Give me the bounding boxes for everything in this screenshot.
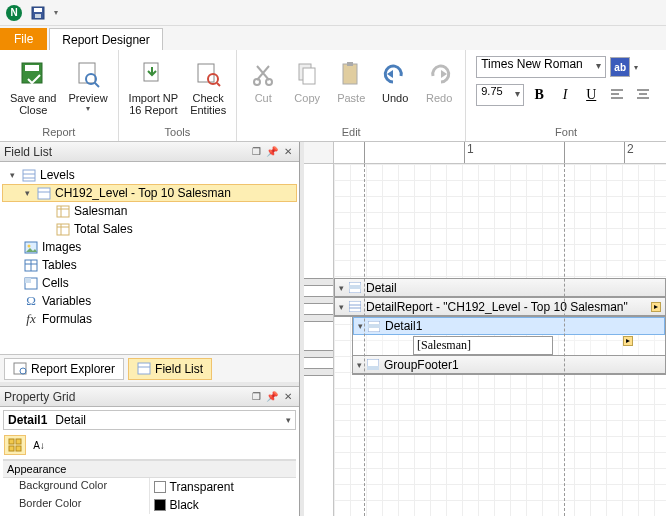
preview-button[interactable]: Preview ▾: [62, 56, 113, 115]
band-icon: [348, 282, 362, 294]
tab-file[interactable]: File: [0, 28, 47, 50]
panel-window-icon[interactable]: ❐: [249, 390, 263, 404]
horizontal-ruler-wrap: 1 2: [304, 142, 666, 164]
field-list-tab-icon: [137, 362, 151, 375]
preview-icon: [72, 58, 104, 90]
ribbon: Save andClose Preview ▾ Report Import NP…: [0, 50, 666, 142]
svg-rect-44: [138, 363, 150, 374]
smart-tag-icon[interactable]: ▸: [651, 302, 661, 312]
categorized-button[interactable]: [4, 435, 26, 455]
italic-button[interactable]: I: [554, 84, 576, 106]
panel-pin-icon[interactable]: 📌: [265, 145, 279, 159]
align-center-button[interactable]: [632, 84, 654, 106]
chevron-down-icon[interactable]: ▾: [339, 302, 344, 312]
property-object-selector[interactable]: Detail1 Detail ▾: [3, 410, 296, 430]
svg-point-13: [266, 79, 272, 85]
paste-icon: [335, 58, 367, 90]
save-close-button[interactable]: Save andClose: [4, 56, 62, 118]
panel-close-icon[interactable]: ✕: [281, 390, 295, 404]
field-icon: [55, 203, 71, 219]
field-icon: [55, 221, 71, 237]
property-grid-title: Property Grid: [4, 390, 75, 404]
chevron-down-icon[interactable]: ▾: [358, 321, 363, 331]
tree-level-selected[interactable]: ▾ CH192_Level - Top 10 Salesman: [2, 184, 297, 202]
save-close-icon: [17, 58, 49, 90]
tree-field-total-sales[interactable]: Total Sales: [2, 220, 297, 238]
import-button[interactable]: Import NP16 Report: [123, 56, 185, 118]
copy-icon: [291, 58, 323, 90]
panel-window-icon[interactable]: ❐: [249, 145, 263, 159]
bold-button[interactable]: B: [528, 84, 550, 106]
chevron-down-icon[interactable]: ▾: [339, 283, 344, 293]
svg-rect-52: [349, 301, 361, 312]
ruler-corner: [304, 142, 334, 164]
tree-root-levels[interactable]: ▾ Levels: [2, 166, 297, 184]
tree-formulas[interactable]: fxFormulas: [2, 310, 297, 328]
collapse-icon[interactable]: ▾: [21, 187, 33, 199]
prop-category-appearance[interactable]: Appearance: [3, 460, 296, 478]
copy-button[interactable]: Copy: [285, 56, 329, 106]
panel-pin-icon[interactable]: 📌: [265, 390, 279, 404]
svg-rect-16: [343, 64, 357, 84]
band-label: Detail1: [385, 319, 422, 333]
underline-button[interactable]: U: [580, 84, 602, 106]
field-list-title: Field List: [4, 145, 52, 159]
horizontal-ruler[interactable]: 1 2: [334, 142, 666, 164]
qat-dropdown-icon[interactable]: ▾: [52, 8, 60, 17]
ribbon-tabs: File Report Designer: [0, 26, 666, 50]
chevron-down-icon[interactable]: ▾: [357, 360, 362, 370]
tree-images[interactable]: Images: [2, 238, 297, 256]
title-bar: N ▾: [0, 0, 666, 26]
alphabetical-button[interactable]: A↓: [28, 435, 50, 455]
vertical-ruler[interactable]: [304, 164, 334, 516]
design-canvas[interactable]: ▾Detail ▾DetailReport - "CH192_Level - T…: [334, 164, 666, 516]
band-label: Detail: [366, 281, 397, 295]
cut-icon: [247, 58, 279, 90]
svg-rect-41: [25, 278, 31, 283]
variables-icon: Ω: [23, 293, 39, 309]
svg-rect-1: [34, 8, 42, 12]
align-left-button[interactable]: [606, 84, 628, 106]
band-label: DetailReport - "CH192_Level - Top 10 Sal…: [366, 300, 628, 314]
panel-close-icon[interactable]: ✕: [281, 145, 295, 159]
check-entities-button[interactable]: CheckEntities: [184, 56, 232, 118]
property-grid[interactable]: Appearance Background Color Transparent …: [3, 459, 296, 516]
paste-button[interactable]: Paste: [329, 56, 373, 106]
band-detail[interactable]: ▾Detail: [334, 278, 666, 298]
field-list-header: Field List ❐ 📌 ✕: [0, 142, 299, 162]
redo-button[interactable]: Redo: [417, 56, 461, 106]
svg-line-7: [95, 83, 99, 87]
prop-row-bg-color[interactable]: Background Color Transparent: [3, 478, 296, 496]
tree-field-salesman[interactable]: Salesman: [2, 202, 297, 220]
svg-rect-27: [38, 188, 50, 199]
ribbon-group-report: Save andClose Preview ▾ Report: [0, 50, 119, 141]
check-entities-icon: [192, 58, 224, 90]
tab-field-list[interactable]: Field List: [128, 358, 212, 380]
tab-report-designer[interactable]: Report Designer: [49, 28, 162, 50]
font-family-select[interactable]: Times New Roman: [476, 56, 606, 78]
prop-row-border-color[interactable]: Border Color Black: [3, 496, 296, 514]
band-detail1[interactable]: ▾Detail1 [Salesman] ▸: [352, 317, 666, 356]
svg-point-36: [28, 244, 31, 247]
font-size-select[interactable]: 9.75: [476, 84, 524, 106]
cut-button[interactable]: Cut: [241, 56, 285, 106]
band-detail-report[interactable]: ▾DetailReport - "CH192_Level - Top 10 Sa…: [334, 298, 666, 317]
collapse-icon[interactable]: ▾: [6, 169, 18, 181]
undo-button[interactable]: Undo: [373, 56, 417, 106]
smart-tag-icon[interactable]: ▸: [623, 336, 633, 346]
field-list-tree[interactable]: ▾ Levels ▾ CH192_Level - Top 10 Salesman…: [0, 162, 299, 354]
font-color-dropdown[interactable]: ▾: [634, 63, 638, 72]
svg-rect-15: [303, 68, 315, 84]
cell-salesman[interactable]: [Salesman]: [413, 336, 553, 355]
qat-save-icon[interactable]: [28, 3, 48, 23]
dropdown-icon: ▾: [286, 415, 291, 425]
property-toolbar: A↓: [0, 433, 299, 457]
tab-report-explorer[interactable]: Report Explorer: [4, 358, 124, 380]
tree-cells[interactable]: Cells: [2, 274, 297, 292]
tree-variables[interactable]: ΩVariables: [2, 292, 297, 310]
font-color-button[interactable]: ab: [610, 57, 630, 77]
ribbon-group-tools: Import NP16 Report CheckEntities Tools: [119, 50, 238, 141]
tree-tables[interactable]: Tables: [2, 256, 297, 274]
band-groupfooter1[interactable]: ▾GroupFooter1: [352, 356, 666, 375]
svg-point-12: [254, 79, 260, 85]
